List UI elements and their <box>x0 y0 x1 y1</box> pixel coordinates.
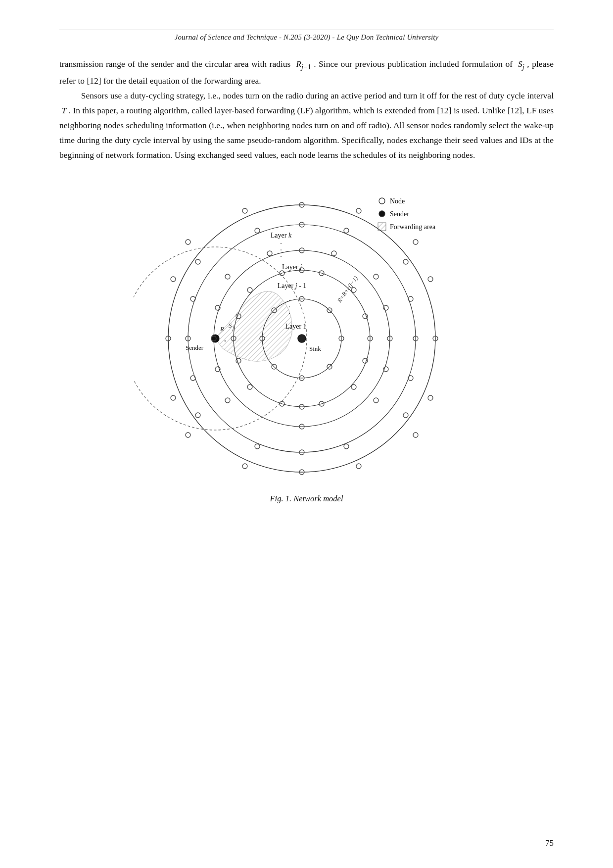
paragraph-2: Sensors use a duty-cycling strategy, i.e… <box>59 88 554 162</box>
header-divider <box>59 30 554 30</box>
svg-point-62 <box>374 398 378 403</box>
svg-point-96 <box>171 277 176 282</box>
svg-point-78 <box>195 413 200 418</box>
svg-point-47 <box>247 288 252 292</box>
svg-point-79 <box>408 296 413 301</box>
svg-point-61 <box>374 274 378 279</box>
svg-point-95 <box>428 277 433 282</box>
svg-point-101 <box>356 464 361 469</box>
svg-point-70 <box>267 251 272 256</box>
svg-point-81 <box>190 296 195 301</box>
journal-header: Journal of Science and Technique - N.205… <box>59 33 554 42</box>
svg-point-50 <box>363 358 368 363</box>
svg-point-46 <box>351 385 356 389</box>
figure-1: Node Sender Forwarding area <box>59 180 554 504</box>
svg-point-48 <box>247 385 252 389</box>
svg-text:Node: Node <box>390 197 405 205</box>
svg-text:R: R <box>220 325 224 333</box>
svg-text:Layer j: Layer j <box>282 263 301 271</box>
svg-text:R=R+c(j−1): R=R+c(j−1) <box>335 275 359 304</box>
figure-caption: Fig. 1. Network model <box>270 494 343 504</box>
svg-point-80 <box>408 376 413 381</box>
svg-text:Sender: Sender <box>390 210 409 218</box>
svg-point-97 <box>428 395 433 400</box>
body-text: transmission range of the sender and the… <box>59 56 554 162</box>
svg-point-31 <box>211 335 219 342</box>
svg-text:Layer j - 1: Layer j - 1 <box>277 282 306 289</box>
svg-point-29 <box>298 335 306 342</box>
legend: Node Sender Forwarding area <box>378 197 436 231</box>
svg-point-92 <box>186 240 190 244</box>
svg-point-100 <box>242 208 247 213</box>
svg-text:Sink: Sink <box>309 345 321 352</box>
svg-text:ₛ: ₛ <box>224 337 226 342</box>
svg-point-86 <box>255 444 260 449</box>
paragraph-1: transmission range of the sender and the… <box>59 56 554 88</box>
svg-point-77 <box>195 259 200 264</box>
svg-point-98 <box>171 395 176 400</box>
svg-point-75 <box>403 259 408 264</box>
svg-text:S: S <box>229 322 232 329</box>
svg-point-76 <box>403 413 408 418</box>
network-diagram: Node Sender Forwarding area <box>134 180 480 487</box>
svg-point-93 <box>413 433 418 437</box>
svg-text:Layer k: Layer k <box>270 232 291 239</box>
svg-text:Layer 1: Layer 1 <box>285 323 306 330</box>
svg-point-94 <box>186 433 190 437</box>
svg-point-85 <box>344 444 349 449</box>
svg-point-69 <box>331 251 336 256</box>
svg-point-82 <box>190 376 195 381</box>
svg-text:·: · <box>288 310 290 317</box>
svg-point-84 <box>255 228 260 233</box>
svg-point-63 <box>225 274 230 279</box>
svg-point-91 <box>413 240 418 244</box>
svg-text:·: · <box>280 253 282 260</box>
svg-point-64 <box>225 398 230 403</box>
svg-point-4 <box>379 211 385 217</box>
svg-point-45 <box>351 288 356 292</box>
svg-point-102 <box>242 464 247 469</box>
svg-text:Sender: Sender <box>186 344 204 351</box>
svg-point-2 <box>379 198 385 204</box>
page-number: 75 <box>545 838 554 848</box>
svg-point-83 <box>344 228 349 233</box>
svg-text:Forwarding area: Forwarding area <box>390 223 436 231</box>
page: Journal of Science and Technique - N.205… <box>0 0 613 868</box>
svg-point-52 <box>236 358 241 363</box>
svg-point-99 <box>356 208 361 213</box>
svg-point-49 <box>363 314 368 319</box>
